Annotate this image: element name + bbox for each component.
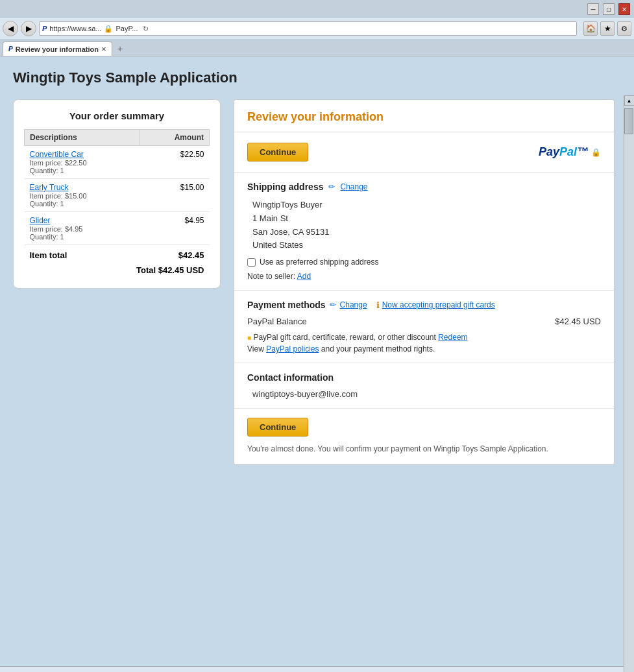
payment-method-name: PayPal Balance xyxy=(247,317,307,326)
gift-card-row: ■ PayPal gift card, certificate, reward,… xyxy=(247,333,601,342)
address-line1: 1 Main St xyxy=(252,212,601,226)
item-details: Convertible Car Item price: $22.50 Quant… xyxy=(25,146,140,179)
active-tab[interactable]: P Review your information ✕ xyxy=(3,42,112,56)
item-quantity-meta: Quantity: 1 xyxy=(30,167,135,174)
scrollbar-track[interactable] xyxy=(624,106,635,672)
item-total-amount: $42.45 xyxy=(140,245,210,263)
gift-icon: ■ xyxy=(247,334,251,341)
continue-top-section: Continue PayPal™ 🔒 xyxy=(234,132,614,173)
payment-title: Payment methods xyxy=(247,300,326,310)
item-details: Glider Item price: $4.95 Quantity: 1 xyxy=(25,212,140,245)
order-table: Descriptions Amount Convertible Car Item… xyxy=(24,129,210,278)
policies-row: View PayPal policies and your payment me… xyxy=(247,344,601,354)
new-tab-button[interactable]: + xyxy=(112,42,128,56)
minimize-button[interactable]: ─ xyxy=(587,3,599,15)
note-add-link[interactable]: Add xyxy=(297,272,311,281)
scrollbar-up-button[interactable]: ▲ xyxy=(624,95,635,106)
paypal-logo-area: PayPal™ 🔒 xyxy=(539,145,601,159)
back-button[interactable]: ◀ xyxy=(3,21,18,36)
contact-section-header: Contact information xyxy=(247,372,601,383)
paypal-label: PayP... xyxy=(116,25,138,32)
payment-methods-section: Payment methods ✏ Change ℹ Now accepting… xyxy=(234,291,614,363)
close-button[interactable]: ✕ xyxy=(618,3,630,15)
tab-close-button[interactable]: ✕ xyxy=(101,46,106,53)
scrollbar: ▲ ▼ xyxy=(624,95,634,672)
info-icon: ℹ xyxy=(376,300,380,310)
tab-paypal-icon: P xyxy=(8,45,13,53)
address-text: https://www.sa... xyxy=(49,25,101,32)
contact-info-section: Contact information wingtiptoys-buyer@li… xyxy=(234,363,614,409)
table-row: Convertible Car Item price: $22.50 Quant… xyxy=(25,146,210,179)
contact-email: wingtiptoys-buyer@live.com xyxy=(247,389,601,399)
address-line3: United States xyxy=(252,239,601,252)
tab-bar: P Review your information ✕ + xyxy=(0,39,634,56)
col-amount: Amount xyxy=(140,130,210,146)
item-name-link[interactable]: Convertible Car xyxy=(30,150,135,159)
item-quantity-meta: Quantity: 1 xyxy=(30,233,135,241)
shipping-change-link[interactable]: Change xyxy=(340,182,367,191)
redeem-link[interactable]: Redeem xyxy=(438,333,467,342)
shipping-edit-icon[interactable]: ✏ xyxy=(328,182,335,191)
item-name-link[interactable]: Glider xyxy=(30,216,135,225)
item-price-meta: Item price: $15.00 xyxy=(30,192,135,200)
settings-button[interactable]: ⚙ xyxy=(617,21,631,36)
prepaid-gift-link[interactable]: Now accepting prepaid gift cards xyxy=(382,300,495,309)
forward-button[interactable]: ▶ xyxy=(21,21,36,36)
refresh-icon[interactable]: ↻ xyxy=(143,25,149,33)
preferred-shipping-label: Use as preferred shipping address xyxy=(260,258,378,267)
contact-title: Contact information xyxy=(247,372,334,383)
item-details: Early Truck Item price: $15.00 Quantity:… xyxy=(25,179,140,212)
grand-total-text: Total $42.45 USD xyxy=(25,263,210,278)
address-bar[interactable]: P https://www.sa... 🔒 PayP... ↻ xyxy=(39,21,577,36)
buyer-name: WingtipToys Buyer xyxy=(252,198,601,212)
table-row: Glider Item price: $4.95 Quantity: 1$4.9… xyxy=(25,212,210,245)
shipping-title: Shipping address xyxy=(247,182,323,192)
main-layout: Your order summary Descriptions Amount C… xyxy=(13,99,615,465)
continue-top-button[interactable]: Continue xyxy=(247,143,308,162)
paypal-logo: PayPal™ xyxy=(539,145,589,159)
review-title: Review your information xyxy=(247,110,601,124)
item-amount: $22.50 xyxy=(140,146,210,179)
payment-amount: $42.45 USD xyxy=(555,317,601,326)
order-summary-title: Your order summary xyxy=(24,110,210,121)
payment-change-link[interactable]: Change xyxy=(340,300,367,309)
item-amount: $4.95 xyxy=(140,212,210,245)
grand-total-row: Total $42.45 USD xyxy=(25,263,210,278)
continue-bottom-button[interactable]: Continue xyxy=(247,418,308,437)
home-button[interactable]: 🏠 xyxy=(583,21,598,36)
preferred-shipping-checkbox[interactable] xyxy=(247,258,256,267)
cancel-section: Cancel and return to Wingtip Toys Sample… xyxy=(0,666,634,672)
review-header: Review your information xyxy=(234,100,614,132)
view-label: View xyxy=(247,344,264,354)
lock-icon: 🔒 xyxy=(591,148,601,157)
review-panel: Review your information Continue PayPal™… xyxy=(234,99,615,465)
col-descriptions: Descriptions xyxy=(25,130,140,146)
note-to-seller-row: Note to seller: Add xyxy=(247,272,601,281)
scrollbar-thumb[interactable] xyxy=(624,108,633,134)
lock-icon: 🔒 xyxy=(104,25,113,33)
almost-done-text: You're almost done. You will confirm you… xyxy=(247,443,601,455)
item-total-label: Item total xyxy=(25,245,140,263)
continue-bottom-section: Continue You're almost done. You will co… xyxy=(234,409,614,464)
restore-button[interactable]: □ xyxy=(603,3,615,15)
tab-label: Review your information xyxy=(16,45,99,53)
payment-edit-icon[interactable]: ✏ xyxy=(330,300,336,309)
page-content: Wingtip Toys Sample Application Your ord… xyxy=(0,56,634,666)
favorites-button[interactable]: ★ xyxy=(600,21,615,36)
item-price-meta: Item price: $4.95 xyxy=(30,225,135,233)
browser-toolbar-icons: 🏠 ★ ⚙ xyxy=(583,21,631,36)
note-label: Note to seller: xyxy=(247,272,295,281)
order-summary-card: Your order summary Descriptions Amount C… xyxy=(13,99,221,289)
paypal-favicon: P xyxy=(42,25,47,32)
preferred-shipping-row: Use as preferred shipping address xyxy=(247,258,601,267)
browser-chrome: ─ □ ✕ ◀ ▶ P https://www.sa... 🔒 PayP... … xyxy=(0,0,634,56)
gift-card-text: PayPal gift card, certificate, reward, o… xyxy=(253,333,435,342)
item-name-link[interactable]: Early Truck xyxy=(30,183,135,192)
item-amount: $15.00 xyxy=(140,179,210,212)
paypal-policies-link[interactable]: PayPal policies xyxy=(266,344,319,354)
table-row: Early Truck Item price: $15.00 Quantity:… xyxy=(25,179,210,212)
policies-text2: and your payment method rights. xyxy=(321,344,435,354)
item-total-row: Item total $42.45 xyxy=(25,245,210,263)
address-line2: San Jose, CA 95131 xyxy=(252,226,601,239)
item-price-meta: Item price: $22.50 xyxy=(30,159,135,167)
